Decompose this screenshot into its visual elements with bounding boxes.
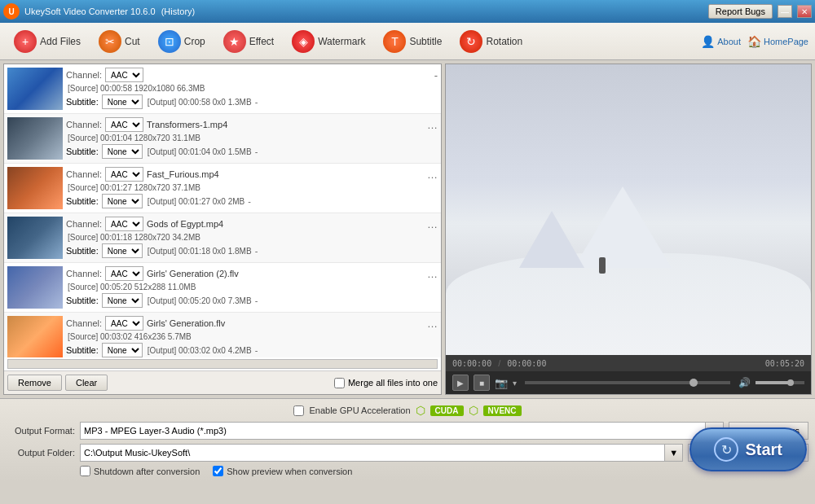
file-more-button[interactable]: - (434, 69, 438, 81)
file-output: [Output] 00:01:18 0x0 1.8MB (146, 247, 252, 256)
file-more-button[interactable]: … (427, 218, 438, 230)
subtitle-select[interactable]: None (102, 194, 143, 208)
channel-select[interactable]: AAC (105, 117, 143, 132)
app-title: UkeySoft Video Converter 10.6.0 (History… (24, 7, 195, 16)
cuda-badge: CUDA (430, 405, 464, 416)
shutdown-label: Shutdown after conversion (94, 467, 200, 476)
nvidia-icon: ⬡ (416, 404, 425, 417)
subtitle-label: Subtitle: (66, 296, 99, 305)
homepage-link[interactable]: 🏠 HomePage (747, 35, 808, 48)
file-source: [Source] 00:00:58 1920x1080 66.3MB (66, 84, 438, 93)
file-info: Channel: AAC Girls' Generation (2).flv …… (66, 266, 438, 309)
progress-bar[interactable] (525, 381, 730, 384)
file-thumbnail (7, 167, 63, 209)
file-more-button[interactable]: … (427, 268, 438, 280)
options-row: Shutdown after conversion Show preview w… (7, 466, 808, 476)
screenshot-button[interactable]: 📷 (495, 377, 508, 389)
play-button[interactable]: ▶ (452, 375, 469, 391)
volume-fill (756, 381, 790, 384)
subtitle-label: Subtitle: (66, 196, 99, 206)
horizontal-scrollbar[interactable] (7, 359, 438, 369)
file-more-button[interactable]: … (427, 318, 438, 330)
subtitle-select[interactable]: None (102, 293, 143, 308)
file-row-1: Channel: AAC Girls' Generation (2).flv … (66, 266, 438, 281)
volume-thumb (787, 379, 794, 386)
subtitle-select[interactable]: None (102, 94, 143, 109)
subtitle-label: Subtitle: (66, 97, 99, 107)
folder-input[interactable] (80, 444, 665, 462)
cut-button[interactable]: ✂ Cut (91, 26, 148, 57)
preview-checkbox[interactable] (213, 466, 223, 476)
file-row-2: Subtitle: None [Output] 00:00:58 0x0 1.3… (66, 94, 438, 109)
preview-controls: 00:00:00 / 00:00:00 00:05:20 (446, 355, 811, 371)
titlebar-left: U UkeySoft Video Converter 10.6.0 (Histo… (3, 3, 195, 20)
file-name: Gods of Egypt.mp4 (147, 219, 424, 229)
clear-button[interactable]: Clear (65, 375, 108, 391)
subtitle-select[interactable]: None (102, 343, 143, 357)
channel-select[interactable]: AAC (105, 316, 143, 331)
file-row-2: Subtitle: None [Output] 00:01:04 0x0 1.5… (66, 144, 438, 159)
file-more-button[interactable]: … (427, 169, 438, 181)
merge-row: Merge all files into one (334, 378, 438, 388)
file-output: [Output] 00:03:02 0x0 4.2MB (146, 346, 252, 355)
video-scene (446, 64, 811, 355)
nvenc-badge: NVENC (483, 405, 522, 416)
merge-checkbox[interactable] (334, 378, 345, 388)
file-row-2: Subtitle: None [Output] 00:01:18 0x0 1.8… (66, 243, 438, 258)
watermark-button[interactable]: ◈ Watermark (284, 26, 372, 57)
close-button[interactable]: ✕ (797, 5, 812, 18)
channel-select[interactable]: AAC (105, 68, 143, 82)
list-item: Channel: AAC Girls' Generation.flv … [So… (4, 313, 441, 357)
channel-select[interactable]: AAC (105, 167, 143, 182)
channel-select[interactable]: AAC (105, 217, 143, 231)
subtitle-select[interactable]: None (102, 243, 143, 258)
start-button[interactable]: ↻ Start (689, 427, 807, 471)
file-thumbnail (7, 266, 63, 309)
file-more-button[interactable]: … (427, 119, 438, 131)
channel-select[interactable]: AAC (105, 266, 143, 281)
report-bugs-button[interactable]: Report Bugs (708, 4, 773, 19)
volume-bar[interactable] (756, 381, 804, 384)
start-label: Start (745, 440, 782, 459)
subtitle-select[interactable]: None (102, 144, 143, 159)
remove-button[interactable]: Remove (7, 375, 62, 391)
channel-label: Channel: (66, 120, 102, 129)
format-row: Output Format: ▼ Output Settings (7, 422, 808, 440)
merge-label: Merge all files into one (348, 378, 438, 388)
file-source: [Source] 00:01:04 1280x720 31.1MB (66, 134, 438, 142)
subtitle-button[interactable]: T Subtitle (376, 26, 449, 57)
effect-button[interactable]: ★ Effect (216, 26, 281, 57)
main-area: Channel: AAC - [Source] 00:00:58 1920x10… (0, 60, 815, 398)
bottom-section: Enable GPU Acceleration ⬡ CUDA ⬡ NVENC O… (0, 398, 815, 481)
video-preview (446, 64, 811, 355)
folder-row: Output Folder: ▼ Browse... Open Output (7, 444, 808, 462)
file-row-1: Channel: AAC Fast_Furious.mp4 … (66, 167, 438, 182)
about-link[interactable]: 👤 About (701, 35, 741, 48)
about-icon: 👤 (701, 35, 715, 48)
crop-button[interactable]: ⊡ Crop (151, 26, 213, 57)
channel-label: Channel: (66, 70, 102, 80)
list-item: Channel: AAC Gods of Egypt.mp4 … [Source… (4, 213, 441, 263)
rotation-button[interactable]: ↻ Rotation (452, 26, 530, 57)
camera-arrow[interactable]: ▾ (513, 379, 517, 388)
file-output: [Output] 00:01:04 0x0 1.5MB (146, 147, 252, 156)
file-source: [Source] 00:01:27 1280x720 37.1MB (66, 183, 438, 192)
file-name: Transformers-1.mp4 (147, 120, 424, 129)
file-output: [Output] 00:01:27 0x0 2MB (146, 197, 245, 206)
stop-button[interactable]: ■ (474, 375, 490, 391)
folder-dropdown-arrow[interactable]: ▼ (665, 444, 683, 462)
minimize-button[interactable]: — (778, 5, 792, 18)
list-item: Channel: AAC Fast_Furious.mp4 … [Source]… (4, 164, 441, 213)
app-logo: U (3, 3, 20, 20)
crop-icon: ⊡ (158, 30, 181, 53)
gpu-checkbox[interactable] (293, 405, 304, 416)
homepage-icon: 🏠 (747, 35, 761, 48)
titlebar-controls: Report Bugs — ✕ (708, 4, 812, 19)
shutdown-checkbox[interactable] (80, 466, 90, 476)
add-files-button[interactable]: + Add Files (7, 26, 88, 57)
progress-thumb (689, 379, 698, 387)
file-source: [Source] 00:01:18 1280x720 34.2MB (66, 233, 438, 242)
format-input[interactable] (80, 422, 706, 440)
toolbar: + Add Files ✂ Cut ⊡ Crop ★ Effect ◈ Wate… (0, 23, 815, 60)
toolbar-right: 👤 About 🏠 HomePage (701, 35, 808, 48)
